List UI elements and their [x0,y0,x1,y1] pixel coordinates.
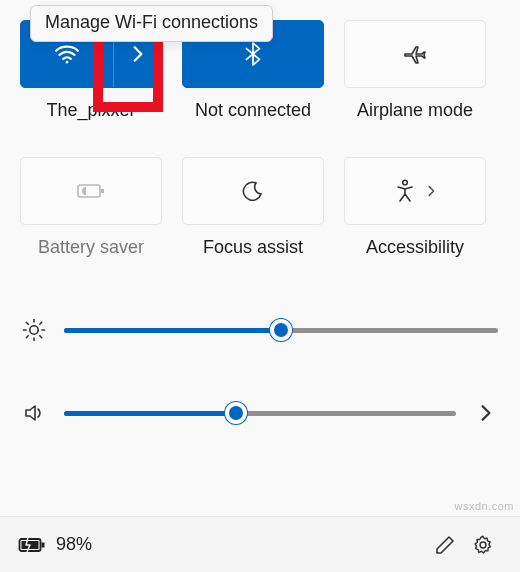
watermark: wsxdn.com [454,500,514,512]
svg-line-12 [40,322,42,324]
accessibility-icon [394,179,416,203]
wifi-label: The_pixxer [46,100,135,121]
battery-saver-icon [76,181,106,201]
svg-line-9 [26,322,28,324]
svg-point-0 [66,61,69,64]
moon-icon [242,180,264,202]
gear-icon [472,534,494,556]
battery-saver-label: Battery saver [38,237,144,258]
slider-thumb[interactable] [225,402,247,424]
svg-point-4 [30,326,38,334]
tooltip-text: Manage Wi-Fi connections [45,12,258,32]
volume-icon [22,402,46,424]
focus-assist-label: Focus assist [203,237,303,258]
bluetooth-label: Not connected [195,100,311,121]
wifi-icon [54,44,80,64]
accessibility-tile[interactable] [344,157,486,225]
battery-icon [18,536,46,554]
volume-slider[interactable] [22,402,498,424]
battery-status[interactable]: 98% [18,534,92,555]
footer-bar: 98% [0,516,520,572]
edit-button[interactable] [426,526,464,564]
volume-output-button[interactable] [474,404,498,422]
airplane-tile[interactable] [344,20,486,88]
airplane-icon [403,43,427,65]
chevron-right-icon [132,45,144,63]
svg-rect-14 [42,542,45,547]
svg-point-16 [480,542,486,548]
slider-thumb[interactable] [270,319,292,341]
battery-percent: 98% [56,534,92,555]
brightness-slider[interactable] [22,318,498,342]
bluetooth-icon [245,42,261,66]
focus-assist-tile[interactable] [182,157,324,225]
volume-track[interactable] [64,411,456,416]
brightness-track[interactable] [64,328,498,333]
pencil-icon [434,534,456,556]
svg-line-11 [26,336,28,338]
brightness-icon [22,318,46,342]
svg-line-10 [40,336,42,338]
battery-saver-tile [20,157,162,225]
accessibility-label: Accessibility [366,237,464,258]
svg-rect-1 [78,185,100,197]
airplane-label: Airplane mode [357,100,473,121]
tooltip: Manage Wi-Fi connections [30,5,273,42]
svg-point-3 [403,180,408,185]
settings-button[interactable] [464,526,502,564]
chevron-right-icon [426,184,436,198]
svg-rect-2 [101,189,104,193]
